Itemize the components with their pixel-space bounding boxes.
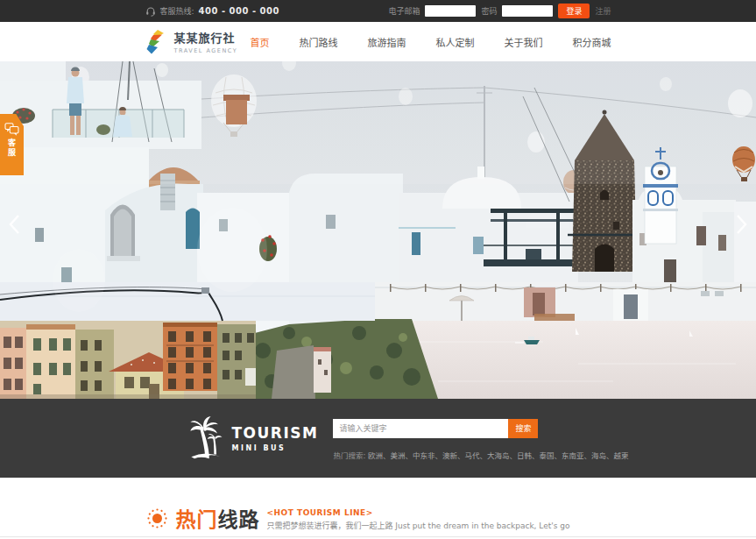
section-title-rest: 线路 bbox=[218, 508, 260, 531]
topbar: 客服热线: 400 - 000 - 000 电子邮箱 密码 登录 注册 bbox=[0, 0, 756, 22]
keyword-search-input[interactable] bbox=[333, 419, 508, 438]
section-title-highlight: 热门 bbox=[176, 508, 218, 531]
tourism-title: TOURISM bbox=[232, 424, 319, 442]
brand-logo[interactable]: 某某旅行社 TRAVEL AGENCY bbox=[145, 29, 238, 55]
password-label: 密码 bbox=[481, 5, 497, 17]
next-slide-button[interactable] bbox=[731, 210, 752, 238]
service-hotline: 客服热线: 400 - 000 - 000 bbox=[145, 5, 279, 17]
brand-subtitle: TRAVEL AGENCY bbox=[174, 47, 238, 54]
login-button[interactable]: 登录 bbox=[558, 4, 590, 18]
email-label: 电子邮箱 bbox=[388, 5, 420, 17]
register-link[interactable]: 注册 bbox=[595, 5, 611, 17]
hot-search-label: 热门搜索: bbox=[333, 451, 365, 460]
travel-agency-homepage: 客服热线: 400 - 000 - 000 电子邮箱 密码 登录 注册 bbox=[0, 0, 756, 539]
sun-icon bbox=[145, 507, 169, 530]
section-title: 热门线路 bbox=[176, 503, 260, 533]
search-block: 搜索 热门搜索: 欧洲、美洲、中东非、澳新、马代、大海岛、日韩、泰国、东南亚、海… bbox=[333, 417, 628, 460]
nav-item-home[interactable]: 首页 bbox=[251, 35, 270, 49]
nav-item-custom[interactable]: 私人定制 bbox=[436, 35, 475, 49]
hot-search-keywords[interactable]: 欧洲、美洲、中东非、澳新、马代、大海岛、日韩、泰国、东南亚、海岛、越柬 bbox=[368, 451, 629, 460]
sail-logo-icon bbox=[145, 29, 168, 55]
login-area: 电子邮箱 密码 登录 注册 bbox=[388, 4, 611, 18]
navbar: 某某旅行社 TRAVEL AGENCY 首页 热门路线 旅游指南 私人定制 关于… bbox=[0, 22, 756, 61]
hotline-label: 客服热线: bbox=[160, 5, 194, 17]
service-tag-label: 客服 bbox=[6, 138, 18, 158]
palm-tree-icon bbox=[187, 416, 224, 460]
password-input[interactable] bbox=[502, 5, 553, 17]
hero-illustration bbox=[0, 61, 756, 399]
chat-bubbles-icon bbox=[4, 123, 19, 136]
nav-item-hot-routes[interactable]: 热门路线 bbox=[300, 35, 338, 49]
search-section: TOURISM MINI BUS 搜索 热门搜索: 欧洲、美洲、中东非、澳新、马… bbox=[0, 399, 756, 478]
section-tagline-cn: 只需把梦想装进行囊，我们一起上路 Just put the dream in t… bbox=[267, 520, 570, 531]
prev-slide-button[interactable] bbox=[4, 210, 25, 238]
hot-lines-section: 热门线路 <HOT TOURISM LINE> 只需把梦想装进行囊，我们一起上路… bbox=[0, 478, 756, 539]
headset-icon bbox=[145, 6, 156, 17]
tourism-brand: TOURISM MINI BUS bbox=[187, 416, 319, 460]
main-menu: 首页 热门路线 旅游指南 私人定制 关于我们 积分商城 bbox=[251, 35, 611, 49]
chevron-left-icon bbox=[4, 210, 25, 238]
nav-item-travel-guide[interactable]: 旅游指南 bbox=[368, 35, 406, 49]
nav-item-about[interactable]: 关于我们 bbox=[505, 35, 543, 49]
chevron-right-icon bbox=[731, 210, 752, 238]
brand-name: 某某旅行社 bbox=[174, 29, 238, 46]
search-button[interactable]: 搜索 bbox=[508, 419, 538, 438]
hotline-number: 400 - 000 - 000 bbox=[199, 6, 279, 16]
email-input[interactable] bbox=[425, 5, 476, 17]
section-tagline-en: <HOT TOURISM LINE> bbox=[267, 508, 570, 517]
section-divider bbox=[0, 536, 756, 537]
nav-item-points-mall[interactable]: 积分商城 bbox=[573, 35, 611, 49]
hero-carousel: 客服 bbox=[0, 61, 756, 399]
tourism-subtitle: MINI BUS bbox=[232, 444, 319, 452]
customer-service-tag[interactable]: 客服 bbox=[0, 114, 24, 175]
